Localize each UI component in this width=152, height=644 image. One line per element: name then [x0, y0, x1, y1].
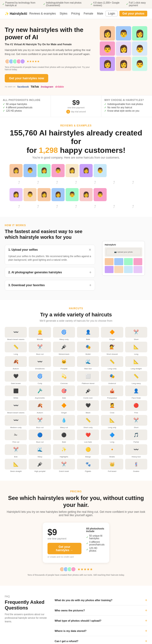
- pricing-card: $9 one time payment Get your hairstyles …: [43, 522, 109, 563]
- haircut-item-31: 🍂 Auburn: [29, 400, 51, 414]
- haircut-label-11: Long: [125, 353, 147, 356]
- faq-plus-0[interactable]: +: [145, 598, 147, 602]
- haircut-label-44: Bald: [53, 441, 75, 443]
- feature-why-title: Why choose AI hairstyles?: [104, 99, 149, 102]
- how-step-2-toggle[interactable]: +: [89, 270, 91, 274]
- faq-question-1[interactable]: Who owns the pictures? +: [55, 608, 147, 612]
- nav-link-styles[interactable]: Styles: [60, 12, 67, 15]
- haircut-label-29: Face freak: [125, 397, 147, 399]
- share-btn-4[interactable]: ⤴: [75, 180, 77, 185]
- faq-question-3[interactable]: Where is my data stored? +: [55, 629, 147, 633]
- share-buttons-1[interactable]: ⤴ ⤴ ⤴ ⤴ ⤴ ⤴ ⤴: [9, 180, 143, 186]
- share-btn-13[interactable]: ⤴: [113, 204, 115, 209]
- how-step-3-toggle[interactable]: +: [89, 283, 91, 287]
- pricing-title: See which hairstyles work for you, witho…: [5, 495, 147, 508]
- hero-cta-button[interactable]: Get your hairstyles now: [5, 74, 48, 82]
- nav-link-male[interactable]: Male: [97, 12, 103, 15]
- haircut-item-59: 💈 Goatee: [125, 459, 147, 472]
- share-btn-6[interactable]: ⤴: [113, 180, 115, 185]
- haircut-label-27: Comb over: [77, 397, 99, 399]
- faq-plus-3[interactable]: +: [145, 629, 147, 633]
- faq-plus-1[interactable]: +: [145, 608, 147, 612]
- faq-question-text-2: What type of photos should I upload?: [55, 619, 101, 622]
- haircut-icon-25: 🪒: [29, 386, 51, 396]
- haircut-label-30: Beach-beach waves: [5, 412, 27, 414]
- hero-right: 👩 👨 👩 👨 👩 👨 👩 👩 👨: [100, 26, 147, 71]
- haircut-label-26: Side: [53, 397, 75, 399]
- share-btn-5[interactable]: ⤴: [94, 180, 96, 185]
- share-btn-2[interactable]: ⤴: [37, 180, 39, 185]
- pricing-check-1: ✓: [86, 536, 88, 538]
- nav-link-female[interactable]: Female: [84, 12, 93, 15]
- check-icon-3: ✓: [91, 3, 92, 6]
- hero-photo-2: 👨: [116, 26, 131, 40]
- nav-links: Reviews & examples Styles Pricing Female…: [29, 12, 103, 15]
- mockup-upload-area: 📷 Upload your photo: [105, 247, 142, 257]
- reviews-good-company: You're in good company. Here are some ha…: [5, 156, 147, 159]
- haircut-item-1: 👱 Blonde: [29, 327, 51, 341]
- share-btn-11[interactable]: ⤴: [75, 204, 77, 209]
- feature-check-why-3: ✓: [104, 110, 106, 112]
- get-photos-button[interactable]: Get your photos: [120, 11, 147, 16]
- hero-photo-5: 👩: [116, 42, 131, 56]
- haircut-icon-40: 📐: [101, 415, 123, 426]
- share-btn-1[interactable]: ⤴: [18, 180, 20, 185]
- faq-plus-2[interactable]: +: [145, 618, 147, 623]
- faq-plus-4[interactable]: +: [145, 639, 147, 643]
- haircut-item-51: 🟡 Bangs: [77, 444, 99, 458]
- photo-5: 👩: [66, 164, 79, 177]
- hero-photo-grid: 👩 👨 👩 👨 👩 👨 👩 👩 👨: [100, 26, 147, 71]
- haircut-item-47: 🎵 Partial: [125, 430, 147, 443]
- nav-link-pricing[interactable]: Pricing: [71, 12, 80, 15]
- share-btn-3[interactable]: ⤴: [56, 180, 58, 185]
- haircut-item-22: 🎭 Undercut: [101, 371, 123, 385]
- haircut-item-38: 💧 Wavy cut: [53, 415, 75, 429]
- photo-6: 👩: [80, 164, 93, 177]
- haircut-label-4: Ginger: [101, 338, 123, 341]
- haircut-item-24: ⬛ White: [5, 386, 27, 399]
- login-button[interactable]: Login: [105, 11, 118, 16]
- share-btn-8[interactable]: ⤴: [18, 204, 20, 209]
- haircut-icon-35: 🔴: [125, 400, 147, 411]
- haircut-item-18: 🖤 Dark brown: [5, 371, 27, 385]
- share-btn-9[interactable]: ⤴: [37, 204, 39, 209]
- check-icon-2: ✓: [43, 3, 45, 6]
- pricing-right: All photoshoots include ✓ 50 unique AI h…: [86, 527, 105, 553]
- share-btn-12[interactable]: ⤴: [94, 204, 96, 209]
- haircut-label-41: Short: [125, 426, 147, 429]
- haircut-label-49: Wavy: [29, 456, 51, 458]
- mockup-photo-grid: [105, 258, 142, 273]
- haircut-icon-7: ✂️: [29, 342, 51, 352]
- faq-question-0[interactable]: What do you do with my photos after trai…: [55, 598, 147, 602]
- faq-item-4: Can I get a refund? +: [55, 636, 147, 644]
- dribble-brand: dribble: [55, 85, 64, 88]
- feature-item-2: ✓ 4 different poses/haircuts: [3, 106, 48, 109]
- haircut-item-34: 💆 Crow: [101, 400, 123, 414]
- share-btn-14[interactable]: ⤴: [132, 204, 134, 209]
- faq-question-4[interactable]: Can I get a refund? +: [55, 639, 147, 643]
- ui-mockup: HairstyleAI 📷 Upload your photo: [102, 241, 145, 276]
- mockup-thumb-7: [124, 266, 133, 273]
- photo-8: 👩: [9, 188, 22, 201]
- share-btn-10[interactable]: ⤴: [56, 204, 58, 209]
- how-step-3-header[interactable]: 3. Download your favorites +: [5, 280, 95, 290]
- haircut-label-7: Buzz cut: [29, 353, 51, 356]
- nav-link-reviews[interactable]: Reviews & examples: [29, 12, 56, 15]
- ui-mockup-title: HairstyleAI: [105, 244, 142, 246]
- haircut-label-0: Beach-beach waves: [5, 338, 27, 341]
- haircut-label-17: Long straight: [125, 368, 147, 370]
- share-buttons-2[interactable]: ⤴ ⤴ ⤴ ⤴ ⤴ ⤴ ⤴: [9, 204, 143, 210]
- how-step-1-toggle[interactable]: ✕: [89, 248, 91, 252]
- hero-section: Try new hairstyles with the power of AI …: [0, 19, 152, 95]
- feature-why-3: ✓ Know what style works on you: [104, 110, 149, 112]
- how-step-2-header[interactable]: 2. AI photographer generates hairstyles …: [5, 267, 95, 277]
- faq-question-2[interactable]: What type of photos should I upload? +: [55, 618, 147, 623]
- pricing-cta-button[interactable]: Get your hairstyles →: [47, 543, 81, 554]
- photo-12: 👨: [66, 188, 79, 201]
- share-btn-7[interactable]: ⤴: [132, 180, 134, 185]
- how-step-1-header[interactable]: 1. Upload your selfies ✕: [5, 245, 95, 254]
- reviews-label: Reviews & examples: [5, 124, 147, 127]
- haircut-item-12: 🍂 Auburn: [5, 356, 27, 370]
- pricing-left: $9 one time payment Get your hairstyles …: [47, 527, 81, 558]
- haircut-label-15: Man bun: [77, 368, 99, 370]
